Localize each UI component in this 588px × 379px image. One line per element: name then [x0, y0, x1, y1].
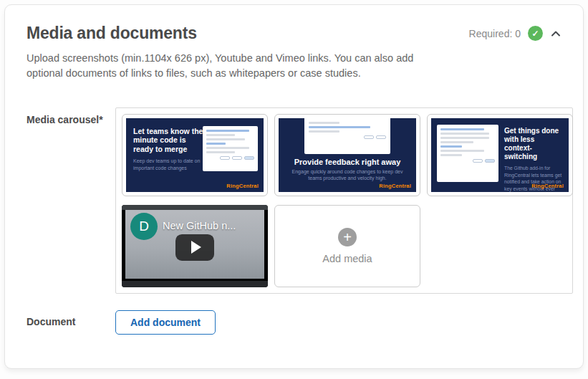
add-media-button[interactable]: + Add media [274, 205, 420, 287]
media-slide-2[interactable]: Provide feedback right away Engage quick… [274, 114, 420, 196]
section-header: Media and documents Required: 0 ✓ [26, 24, 562, 43]
check-glyph: ✓ [531, 29, 539, 39]
slide-3-screenshot [437, 125, 498, 182]
slide-3-title: Get things done with less context-switch… [504, 127, 564, 161]
add-document-button[interactable]: Add document [115, 310, 216, 335]
section-title: Media and documents [26, 24, 197, 43]
plus-icon: + [338, 228, 357, 246]
video-avatar: D [130, 213, 158, 240]
slide-1-screenshot [203, 126, 258, 171]
media-carousel-label: Media carousel* [26, 107, 115, 125]
slide-2-artwork: Provide feedback right away Engage quick… [279, 118, 416, 192]
video-title: New GitHub n... [163, 220, 236, 231]
media-slide-3[interactable]: Get things done with less context-switch… [427, 114, 573, 196]
media-and-documents-section: Media and documents Required: 0 ✓ Upload… [4, 4, 584, 369]
section-description: Upload screenshots (min.1104x 626 px), Y… [26, 51, 438, 81]
slide-2-screenshot [304, 118, 390, 154]
slide-1-artwork: Let teams know the minute code is ready … [126, 118, 264, 192]
slide-1-title: Let teams know the minute code is ready … [133, 127, 203, 153]
media-slide-1[interactable]: Let teams know the minute code is ready … [122, 114, 268, 196]
slide-3-artwork: Get things done with less context-switch… [431, 118, 569, 192]
media-carousel: Let teams know the minute code is ready … [115, 107, 573, 294]
section-header-controls: Required: 0 ✓ [469, 26, 562, 41]
slide-2-body: Engage quickly around code changes to ke… [284, 168, 410, 182]
play-icon[interactable] [175, 234, 214, 261]
add-media-label: Add media [322, 253, 372, 264]
plus-glyph: + [343, 230, 352, 244]
video-thumbnail-topbar [122, 205, 268, 210]
slide-1-body: Keep dev teams up to date on important c… [133, 158, 203, 171]
chevron-up-icon[interactable] [550, 28, 562, 39]
slide-2-brand-logo: RingCentral [379, 183, 411, 189]
slide-1-text: Let teams know the minute code is ready … [133, 127, 203, 171]
document-label: Document [26, 310, 115, 327]
media-carousel-row: Media carousel* Let teams know the minut… [26, 107, 562, 294]
slide-2-title: Provide feedback right away [284, 158, 410, 166]
slide-1-brand-logo: RingCentral [226, 183, 259, 189]
video-avatar-letter: D [139, 219, 149, 234]
slide-3-brand-logo: RingCentral [531, 183, 564, 189]
slide-2-text: Provide feedback right away Engage quick… [279, 158, 416, 182]
required-count-label: Required: 0 [469, 28, 521, 39]
video-thumbnail-taskbar [122, 281, 268, 287]
document-row: Document Add document [26, 310, 562, 335]
check-circle-icon: ✓ [528, 26, 543, 41]
media-slide-4-video[interactable]: D New GitHub n... [122, 205, 268, 287]
play-triangle [191, 241, 201, 254]
